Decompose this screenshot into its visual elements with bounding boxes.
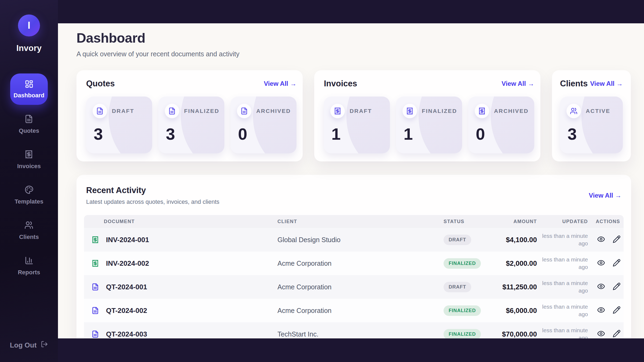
- edit-document-button[interactable]: [613, 259, 621, 268]
- view-document-button[interactable]: [597, 259, 605, 268]
- view-document-button[interactable]: [597, 330, 605, 338]
- table-row[interactable]: INV-2024-002 Acme Corporation FINALIZED …: [84, 252, 624, 275]
- edit-document-button[interactable]: [613, 235, 621, 244]
- tile-value: 3: [568, 126, 616, 142]
- view-document-button[interactable]: [597, 235, 605, 244]
- receipt-icon: [402, 104, 417, 118]
- column-header-document: DOCUMENT: [84, 219, 270, 224]
- tile-value: 3: [166, 126, 218, 142]
- column-header-updated: UPDATED: [541, 219, 592, 224]
- amount: $11,250.00: [487, 283, 541, 291]
- sidebar-item-label: Templates: [14, 198, 43, 205]
- log-out-icon: [41, 341, 48, 350]
- updated-time: less than a minute ago: [541, 327, 592, 338]
- recent-activity-subtitle: Latest updates across quotes, invoices, …: [86, 198, 219, 205]
- client-name: Acme Corporation: [270, 307, 436, 315]
- page-subtitle: A quick overview of your recent document…: [76, 50, 631, 58]
- tile-value: 0: [238, 126, 290, 142]
- sidebar-item-templates[interactable]: Templates: [14, 185, 43, 205]
- invoices-card-title: Invoices: [324, 79, 357, 88]
- amount: $70,000.00: [487, 330, 541, 338]
- client-name: TechStart Inc.: [270, 330, 436, 338]
- updated-time: less than a minute ago: [541, 279, 592, 295]
- edit-document-button[interactable]: [613, 306, 621, 315]
- client-name: Global Design Studio: [270, 236, 436, 244]
- status-badge: DRAFT: [444, 235, 471, 245]
- tile-label: ARCHIVED: [494, 108, 529, 114]
- status-badge: FINALIZED: [444, 305, 481, 316]
- tile-label: ARCHIVED: [256, 108, 291, 114]
- stats-row: Quotes View All→ DRAFT 3: [76, 70, 631, 161]
- document-type-icon: [92, 283, 99, 291]
- column-header-actions: ACTIONS: [592, 219, 627, 224]
- activity-view-all-link[interactable]: View All→: [589, 192, 621, 199]
- sidebar-item-clients[interactable]: Clients: [19, 221, 39, 241]
- edit-document-button[interactable]: [613, 330, 621, 338]
- quotes-finalized-tile: FINALIZED 3: [158, 97, 224, 153]
- users-icon: [24, 221, 33, 231]
- amount: $6,000.00: [487, 306, 541, 315]
- arrow-right-icon: →: [290, 80, 297, 87]
- document-type-icon: [92, 260, 99, 267]
- sidebar-item-invoices[interactable]: Invoices: [17, 150, 41, 170]
- brand-name: Invory: [16, 43, 42, 53]
- file-text-icon: [165, 104, 179, 118]
- clients-card: Clients View All→ ACTIVE 3: [552, 70, 631, 161]
- sidebar-item-quotes[interactable]: Quotes: [19, 114, 39, 134]
- sidebar-nav: Dashboard Quotes Invoices Templates Clie…: [0, 73, 58, 291]
- clients-view-all-link[interactable]: View All→: [590, 80, 623, 87]
- view-document-button[interactable]: [597, 306, 605, 315]
- invoices-view-all-link[interactable]: View All→: [502, 80, 534, 87]
- document-number: QT-2024-003: [106, 330, 147, 338]
- invoices-archived-tile: ARCHIVED 0: [468, 97, 534, 153]
- document-number: INV-2024-002: [106, 259, 149, 268]
- updated-time: less than a minute ago: [541, 303, 592, 318]
- logout-label: Log Out: [10, 341, 37, 349]
- sidebar: I Invory Dashboard Quotes Invoices Templ: [0, 0, 58, 362]
- sidebar-item-label: Reports: [18, 269, 40, 276]
- sidebar-item-label: Quotes: [19, 127, 39, 134]
- updated-time: less than a minute ago: [541, 256, 592, 271]
- quotes-view-all-link[interactable]: View All→: [264, 80, 297, 87]
- table-row[interactable]: QT-2024-001 Acme Corporation DRAFT $11,2…: [84, 275, 624, 299]
- column-header-status: STATUS: [436, 219, 487, 224]
- receipt-icon: [475, 104, 489, 118]
- sidebar-item-label: Clients: [19, 234, 39, 241]
- table-row[interactable]: INV-2024-001 Global Design Studio DRAFT …: [84, 228, 624, 252]
- table-row[interactable]: QT-2024-002 Acme Corporation FINALIZED $…: [84, 299, 624, 322]
- sidebar-item-reports[interactable]: Reports: [18, 256, 40, 276]
- status-badge: DRAFT: [444, 282, 471, 292]
- arrow-right-icon: →: [616, 80, 623, 87]
- app-logo: I: [18, 14, 40, 36]
- palette-icon: [25, 185, 34, 195]
- logout-button[interactable]: Log Out: [10, 341, 48, 350]
- tile-label: ACTIVE: [586, 108, 610, 114]
- tile-value: 1: [404, 126, 456, 142]
- sidebar-item-label: Invoices: [17, 163, 41, 170]
- tile-value: 0: [476, 126, 528, 142]
- app-logo-initial: I: [28, 20, 30, 31]
- document-number: QT-2024-002: [106, 306, 147, 315]
- tile-label: FINALIZED: [184, 108, 219, 114]
- quotes-draft-tile: DRAFT 3: [86, 97, 152, 153]
- amount: $4,100.00: [487, 236, 541, 244]
- tile-label: DRAFT: [350, 108, 372, 114]
- sidebar-item-dashboard[interactable]: Dashboard: [10, 73, 48, 105]
- edit-document-button[interactable]: [613, 282, 621, 291]
- recent-activity-card: Recent Activity Latest updates across qu…: [76, 175, 631, 338]
- document-type-icon: [92, 307, 99, 314]
- column-header-client: CLIENT: [270, 219, 436, 224]
- quotes-card-title: Quotes: [86, 79, 115, 88]
- clients-card-title: Clients: [560, 79, 588, 88]
- file-text-icon: [237, 104, 251, 118]
- arrow-right-icon: →: [615, 192, 621, 199]
- status-badge: FINALIZED: [444, 329, 481, 339]
- table-row[interactable]: QT-2024-003 TechStart Inc. FINALIZED $70…: [84, 322, 624, 338]
- view-document-button[interactable]: [597, 282, 605, 291]
- invoices-finalized-tile: FINALIZED 1: [396, 97, 462, 153]
- activity-table-header: DOCUMENT CLIENT STATUS AMOUNT UPDATED AC…: [84, 215, 624, 228]
- tile-label: DRAFT: [112, 108, 134, 114]
- main-content: Dashboard A quick overview of your recen…: [58, 23, 644, 338]
- arrow-right-icon: →: [528, 80, 534, 87]
- quotes-card: Quotes View All→ DRAFT 3: [76, 70, 303, 161]
